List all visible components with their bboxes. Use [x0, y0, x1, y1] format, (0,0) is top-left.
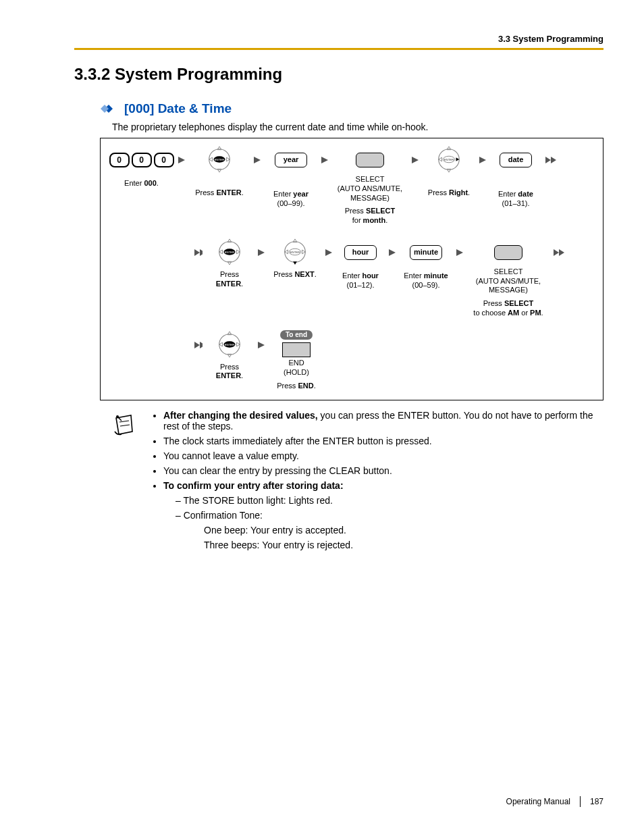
svg-text:ENTER: ENTER: [444, 158, 454, 161]
date-field-icon: date: [500, 153, 532, 167]
svg-marker-38: [285, 250, 288, 254]
svg-marker-8: [209, 157, 213, 161]
enter-button-icon: ENTER: [205, 145, 234, 174]
flow-diagram: 0 0 0 Enter 000. ENTER: [100, 138, 603, 400]
continue-arrow-icon: [544, 145, 559, 175]
svg-marker-53: [237, 342, 240, 346]
page-footer: Operating Manual 187: [506, 796, 603, 807]
arrow-icon: [455, 238, 464, 267]
svg-marker-45: [194, 342, 200, 348]
notes-icon: [112, 410, 139, 554]
footer-page-number: 187: [590, 797, 603, 806]
continue-arrow-icon: [193, 238, 203, 267]
intro-text: The proprietary telephones display the c…: [112, 122, 603, 132]
keycap-0: 0: [109, 153, 130, 167]
svg-marker-23: [194, 249, 200, 256]
end-field-icon: [282, 342, 311, 357]
note-item: You cannot leave a value empty.: [163, 450, 603, 461]
arrow-icon: [324, 238, 333, 267]
header-rule: [74, 48, 603, 50]
keycap-0: 0: [132, 153, 152, 167]
continue-arrow-icon: [552, 238, 567, 267]
to-end-pill: To end: [280, 330, 313, 340]
svg-marker-9: [227, 157, 230, 161]
svg-marker-37: [293, 261, 297, 265]
continue-arrow-icon: [193, 330, 203, 360]
svg-marker-22: [551, 157, 556, 163]
keycap-0: 0: [154, 153, 174, 167]
diamond-icon: [100, 103, 117, 115]
section-title: 3.3.2 System Programming: [74, 65, 603, 84]
svg-text:ENTER: ENTER: [225, 251, 235, 254]
enter-button-icon: ENTER: [215, 330, 244, 359]
year-field-icon: year: [275, 153, 307, 167]
note-item: After changing the desired values, you c…: [163, 410, 603, 432]
svg-text:ENTER: ENTER: [225, 342, 235, 346]
svg-marker-21: [545, 157, 551, 163]
note-subitem: The STORE button light: Lights red.: [176, 495, 603, 506]
right-button-icon: ENTER: [435, 145, 463, 174]
arrow-icon: [257, 238, 266, 267]
svg-marker-54: [258, 342, 265, 348]
select-field-icon: [356, 153, 384, 167]
note-item: The clock starts immediately after the E…: [163, 436, 603, 446]
svg-marker-44: [559, 249, 564, 256]
footer-manual-name: Operating Manual: [506, 797, 570, 806]
svg-marker-18: [439, 157, 442, 161]
minute-field-icon: minute: [410, 245, 442, 260]
svg-marker-40: [325, 249, 332, 256]
note-item: To confirm your entry after storing data…: [163, 480, 603, 550]
arrow-icon: [320, 145, 329, 175]
svg-marker-24: [200, 249, 203, 256]
arrow-icon: [387, 238, 397, 267]
select-field-icon: [494, 245, 522, 260]
svg-marker-11: [321, 157, 328, 163]
svg-marker-20: [479, 157, 486, 163]
svg-marker-41: [389, 249, 396, 256]
svg-marker-19: [456, 157, 460, 161]
svg-marker-30: [219, 250, 223, 254]
svg-line-55: [119, 421, 129, 422]
enter-button-icon: ENTER: [215, 238, 244, 266]
subsection-title: [000] Date & Time: [124, 101, 232, 116]
arrow-icon: [252, 145, 262, 175]
svg-line-56: [120, 425, 130, 426]
running-header: 3.3 System Programming: [74, 34, 603, 44]
svg-marker-10: [254, 157, 261, 163]
svg-marker-31: [237, 250, 240, 254]
svg-marker-2: [178, 157, 185, 163]
arrow-icon: [177, 145, 186, 175]
svg-text:ENTER: ENTER: [290, 251, 300, 254]
svg-marker-42: [456, 249, 463, 256]
svg-marker-43: [554, 249, 559, 256]
hour-field-icon: hour: [344, 245, 377, 260]
svg-marker-52: [219, 342, 223, 346]
svg-marker-39: [302, 250, 306, 254]
arrow-icon: [478, 145, 487, 175]
svg-text:ENTER: ENTER: [215, 158, 225, 161]
note-subitem: Confirmation Tone: One beep: Your entry …: [176, 510, 603, 550]
note-subsubitem: One beep: Your entry is accepted.: [204, 525, 603, 536]
arrow-icon: [410, 145, 420, 175]
svg-marker-32: [258, 249, 265, 256]
arrow-icon: [257, 330, 266, 360]
svg-marker-12: [412, 157, 419, 163]
note-item: You can clear the entry by pressing the …: [163, 465, 603, 476]
next-button-icon: ENTER: [281, 238, 309, 266]
notes-list: After changing the desired values, you c…: [151, 410, 603, 554]
note-subsubitem: Three beeps: Your entry is rejected.: [204, 540, 603, 550]
svg-marker-46: [200, 342, 203, 348]
